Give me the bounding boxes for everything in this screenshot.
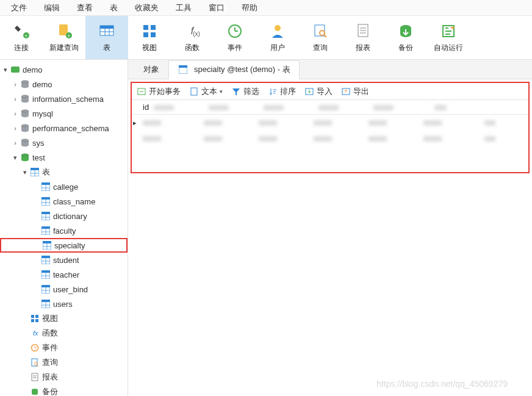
filter-label: 筛选 [243, 86, 259, 97]
autorun-btn[interactable]: 自动运行 [427, 16, 470, 59]
query-btn[interactable]: 查询 [299, 16, 342, 59]
sort-btn[interactable]: 排序 [268, 86, 296, 97]
report-btn[interactable]: 报表 [342, 16, 384, 59]
caret-icon[interactable]: › [11, 110, 20, 117]
tree-node-表[interactable]: ▾表 [0, 165, 128, 179]
tree-node-事件[interactable]: ·事件 [0, 340, 128, 355]
view-label: 视图 [142, 43, 157, 53]
import-btn[interactable]: 导入 [304, 86, 332, 97]
new-sheet-icon: + [55, 22, 73, 40]
filter-icon [231, 87, 241, 96]
tree-db-test[interactable]: ▾test [0, 150, 128, 165]
menu-edit[interactable]: 编辑 [35, 1, 68, 15]
tree-node-报表[interactable]: ·报表 [0, 370, 128, 384]
tree-node-视图[interactable]: ·视图 [0, 311, 128, 326]
menu-bar: 文件 编辑 查看 表 收藏夹 工具 窗口 帮助 [0, 0, 532, 16]
table-icon [40, 211, 51, 221]
menu-favorites[interactable]: 收藏夹 [126, 1, 167, 15]
event-btn[interactable]: 事件 [214, 16, 256, 59]
tree-table-label: dictionary [53, 212, 87, 221]
database-icon [20, 137, 31, 148]
objects-tab[interactable]: 对象 [134, 60, 168, 79]
tree-table-users[interactable]: ·users [0, 297, 128, 311]
backup-icon [29, 386, 40, 396]
svg-rect-13 [151, 32, 156, 37]
svg-text:+: + [67, 33, 70, 39]
caret-icon[interactable]: › [11, 124, 20, 132]
tree-node-查询[interactable]: ·查询 [0, 355, 128, 370]
menu-view[interactable]: 查看 [68, 1, 101, 15]
tree-table-label: class_name [53, 197, 95, 206]
table-icon [40, 181, 51, 192]
tree-node-函数[interactable]: ·fx函数 [0, 326, 128, 340]
menu-help[interactable]: 帮助 [233, 1, 266, 15]
tree-table-label: specialty [54, 241, 85, 250]
table-btn[interactable]: 表 [85, 16, 128, 59]
content-toolbar: 开始事务 文本 ▾ 筛选 排序 [132, 83, 528, 100]
export-btn[interactable]: 导出 [341, 86, 369, 97]
autorun-label: 自动运行 [434, 43, 463, 53]
tree-table-class_name[interactable]: ·class_name [0, 194, 128, 209]
text-btn[interactable]: 文本 ▾ [189, 86, 223, 97]
column-id[interactable]: id [138, 103, 149, 112]
sort-label: 排序 [280, 86, 296, 97]
export-label: 导出 [353, 86, 369, 97]
tree-table-label: teacher [53, 270, 79, 279]
user-btn[interactable]: 用户 [256, 16, 299, 59]
menu-file[interactable]: 文件 [2, 1, 35, 15]
newquery-btn[interactable]: + 新建查询 [43, 16, 85, 59]
caret-icon[interactable]: ▾ [11, 154, 20, 162]
svg-rect-6 [100, 26, 113, 29]
database-icon [20, 108, 31, 119]
grid-icon [140, 22, 159, 40]
sort-icon [268, 87, 278, 96]
tree-connection-demo[interactable]: ▾ demo [0, 62, 128, 77]
tree-node-label: 事件 [42, 342, 58, 353]
begin-txn-label: 开始事务 [149, 86, 181, 97]
backup-btn[interactable]: 备份 [384, 16, 427, 59]
filter-btn[interactable]: 筛选 [231, 86, 259, 97]
objects-tab-label: 对象 [143, 64, 159, 75]
caret-down-icon[interactable]: ▾ [1, 66, 10, 74]
tree-table-specialty[interactable]: ·specialty [0, 238, 128, 253]
tree-table-teacher[interactable]: ·teacher [0, 267, 128, 282]
caret-icon[interactable]: › [11, 81, 20, 88]
caret-icon[interactable]: › [11, 95, 20, 103]
specialty-tab[interactable]: specialty @test (demo) - 表 [168, 60, 300, 79]
tree-node-备份[interactable]: ·备份 [0, 384, 128, 396]
tree-table-faculty[interactable]: ·faculty [0, 223, 128, 238]
menu-tools[interactable]: 工具 [167, 1, 200, 15]
tree-table-callege[interactable]: ·callege [0, 179, 128, 194]
plug-icon: + [12, 22, 31, 40]
tree-db-sys[interactable]: ›sys [0, 135, 128, 150]
table-row[interactable]: xxxxx xxxxx xxxxx xxxxx xxxxx xxxxx xxx [132, 131, 528, 146]
tree-node-label: 报表 [42, 372, 58, 383]
tree-db-information_schema[interactable]: ›information_schema [0, 92, 128, 106]
sidebar: ▾ demo ›demo›information_schema›mysql›pe… [0, 60, 128, 396]
table-icon [40, 196, 51, 207]
begin-txn-btn[interactable]: 开始事务 [137, 86, 181, 97]
data-grid[interactable]: id xxxxx xxxxx xxxxx xxxxx xxxxx xxx ▸ x… [132, 100, 528, 146]
table-icon [40, 269, 51, 280]
connect-btn[interactable]: + 连接 [0, 16, 43, 59]
tree-db-demo[interactable]: ›demo [0, 77, 128, 92]
view-btn[interactable]: 视图 [128, 16, 171, 59]
svg-point-19 [275, 25, 281, 31]
tree-table-user_bind[interactable]: ·user_bind [0, 282, 128, 297]
menu-window[interactable]: 窗口 [200, 1, 233, 15]
tree-db-performance_schema[interactable]: ›performance_schema [0, 121, 128, 135]
table-row[interactable]: ▸ xxxxx xxxxx xxxxx xxxxx xxxxx xxxxx xx… [132, 115, 528, 131]
database-icon [20, 123, 31, 134]
caret-icon[interactable]: › [11, 139, 20, 146]
svg-rect-12 [143, 32, 148, 37]
tree-table-dictionary[interactable]: ·dictionary [0, 209, 128, 223]
tree-table-student[interactable]: ·student [0, 253, 128, 267]
menu-table[interactable]: 表 [101, 1, 126, 15]
caret-icon[interactable]: ▾ [21, 168, 29, 176]
svg-rect-28 [11, 67, 20, 73]
fx-icon: fx [29, 328, 40, 339]
function-btn[interactable]: f(x) 函数 [171, 16, 214, 59]
table-icon [40, 225, 51, 236]
tree-db-mysql[interactable]: ›mysql [0, 106, 128, 121]
tab-strip: 对象 specialty @test (demo) - 表 [128, 60, 532, 79]
